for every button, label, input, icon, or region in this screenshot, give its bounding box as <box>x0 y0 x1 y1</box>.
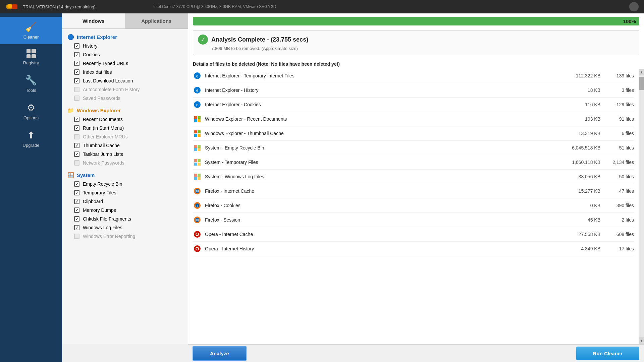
check-taskbar-jump[interactable]: Taskbar Jump Lists <box>62 150 188 159</box>
result-row: Windows Explorer - Thumbnail Cache 13.31… <box>193 126 634 141</box>
check-history[interactable]: History <box>62 42 188 50</box>
run-cleaner-button[interactable]: Run Cleaner <box>576 347 639 360</box>
analyze-button[interactable]: Analyze <box>193 346 247 361</box>
result-name: System - Temporary Files <box>205 160 557 165</box>
result-size: 116 KB <box>560 102 600 107</box>
result-icon: e <box>193 86 202 95</box>
result-icon: O <box>193 244 202 253</box>
right-scrollbar[interactable]: ▲ ▼ <box>639 69 644 344</box>
label-last-download: Last Download Location <box>83 78 133 83</box>
result-icon: FF <box>193 216 202 224</box>
check-recently-typed[interactable]: Recently Typed URLs <box>62 59 188 68</box>
label-saved-passwords: Saved Passwords <box>83 96 120 101</box>
svg-rect-20 <box>198 148 201 151</box>
sidebar-item-cleaner[interactable]: 🧹 Cleaner <box>0 17 62 44</box>
bottom-left-spacer <box>0 344 62 362</box>
result-files: 50 files <box>604 174 634 179</box>
progress-bar-container: 100% <box>188 13 644 27</box>
sidebar-label-cleaner: Cleaner <box>23 35 39 40</box>
check-windows-log[interactable]: Windows Log Files <box>62 223 188 232</box>
window-controls[interactable] <box>629 2 639 11</box>
sidebar-item-tools[interactable]: 🔧 Tools <box>0 70 62 98</box>
result-size: 13.319 KB <box>560 131 600 136</box>
svg-text:e: e <box>196 73 198 78</box>
checklist-panel: Windows Applications 🔵 Internet Explorer… <box>62 13 188 344</box>
cb-taskbar-jump <box>74 152 79 157</box>
sidebar-label-upgrade: Upgrade <box>23 143 40 148</box>
label-cookies: Cookies <box>83 52 100 57</box>
check-saved-passwords[interactable]: Saved Passwords <box>62 94 188 103</box>
check-last-download[interactable]: Last Download Location <box>62 76 188 85</box>
check-index-dat[interactable]: Index.dat files <box>62 68 188 76</box>
result-files: 17 files <box>604 246 634 251</box>
cb-run-menu <box>74 125 79 131</box>
result-size: 6,045.518 KB <box>560 145 600 150</box>
check-temp-files[interactable]: Temporary Files <box>62 188 188 197</box>
check-empty-recycle[interactable]: Empty Recycle Bin <box>62 180 188 188</box>
svg-text:e: e <box>196 102 198 107</box>
svg-text:e: e <box>196 88 198 93</box>
analysis-box: ✓ Analysis Complete - (23.755 secs) 7.80… <box>193 30 639 55</box>
check-cookies[interactable]: Cookies <box>62 50 188 59</box>
label-clipboard: Clipboard <box>83 199 103 204</box>
result-icon <box>193 172 202 181</box>
tab-windows[interactable]: Windows <box>62 13 125 28</box>
check-network-passwords[interactable]: Network Passwords <box>62 159 188 167</box>
scroll-down-arrow[interactable]: ▼ <box>639 337 644 344</box>
check-chkdsk[interactable]: Chkdsk File Fragments <box>62 215 188 223</box>
check-autocomplete[interactable]: Autocomplete Form History <box>62 85 188 94</box>
tools-icon: 🔧 <box>25 75 37 86</box>
result-files: 51 files <box>604 145 634 150</box>
svg-rect-22 <box>198 159 201 162</box>
sidebar-item-registry[interactable]: Registry <box>0 44 62 70</box>
ie-section-label: Internet Explorer <box>77 34 117 40</box>
label-recent-docs: Recent Documents <box>83 117 123 122</box>
checklist-scroll[interactable]: 🔵 Internet Explorer History Cookies Rece… <box>62 29 188 344</box>
svg-rect-9 <box>194 116 197 119</box>
sidebar-item-upgrade[interactable]: ⬆ Upgrade <box>0 125 62 153</box>
result-size: 112.322 KB <box>560 73 600 78</box>
check-thumbnail-cache[interactable]: Thumbnail Cache <box>62 141 188 150</box>
check-windows-error[interactable]: Windows Error Reporting <box>62 232 188 241</box>
result-name: Opera - Internet History <box>205 246 557 251</box>
check-memory-dumps[interactable]: Memory Dumps <box>62 206 188 215</box>
label-other-mrus: Other Explorer MRUs <box>83 134 128 139</box>
bottom-bar: Analyze Run Cleaner <box>0 344 644 362</box>
result-icon: e <box>193 100 202 109</box>
label-windows-log: Windows Log Files <box>83 225 122 230</box>
result-name: Firefox - Session <box>205 217 557 223</box>
progress-label: 100% <box>623 18 636 24</box>
content-area: Windows Applications 🔵 Internet Explorer… <box>62 13 644 344</box>
sidebar-item-options[interactable]: ⚙ Options <box>0 98 62 125</box>
label-recently-typed: Recently Typed URLs <box>83 61 128 66</box>
sidebar-label-registry: Registry <box>23 60 39 65</box>
check-clipboard[interactable]: Clipboard <box>62 197 188 206</box>
title-bar: TRIAL VERSION (14 days remaining) Intel … <box>0 0 644 13</box>
cleaner-icon: 🧹 <box>25 21 37 33</box>
result-files: 390 files <box>604 203 634 208</box>
svg-point-1 <box>7 4 13 8</box>
label-taskbar-jump: Taskbar Jump Lists <box>83 152 123 157</box>
cb-memory-dumps <box>74 207 79 213</box>
results-scroll[interactable]: e Internet Explorer - Temporary Internet… <box>188 69 639 344</box>
registry-icon <box>26 49 36 58</box>
svg-rect-10 <box>198 116 201 119</box>
result-row: O Opera - Internet Cache 27.568 KB 608 f… <box>193 227 634 242</box>
check-run-menu[interactable]: Run (in Start Menu) <box>62 124 188 132</box>
svg-rect-26 <box>198 174 201 177</box>
options-icon: ⚙ <box>27 102 35 113</box>
check-recent-docs[interactable]: Recent Documents <box>62 115 188 124</box>
bottom-results: Analyze Run Cleaner <box>188 344 644 362</box>
svg-rect-27 <box>194 177 197 180</box>
tab-applications[interactable]: Applications <box>125 13 188 28</box>
cb-index-dat <box>74 69 79 75</box>
result-size: 1,660.118 KB <box>560 160 600 165</box>
svg-text:O: O <box>196 232 199 237</box>
scrollbar-thumb[interactable] <box>639 77 644 90</box>
svg-rect-28 <box>198 177 201 180</box>
svg-rect-11 <box>194 119 197 122</box>
check-other-mrus[interactable]: Other Explorer MRUs <box>62 132 188 141</box>
result-row: e Internet Explorer - Cookies 116 KB 129… <box>193 98 634 112</box>
result-size: 18 KB <box>560 87 600 93</box>
scroll-up-arrow[interactable]: ▲ <box>639 69 644 75</box>
